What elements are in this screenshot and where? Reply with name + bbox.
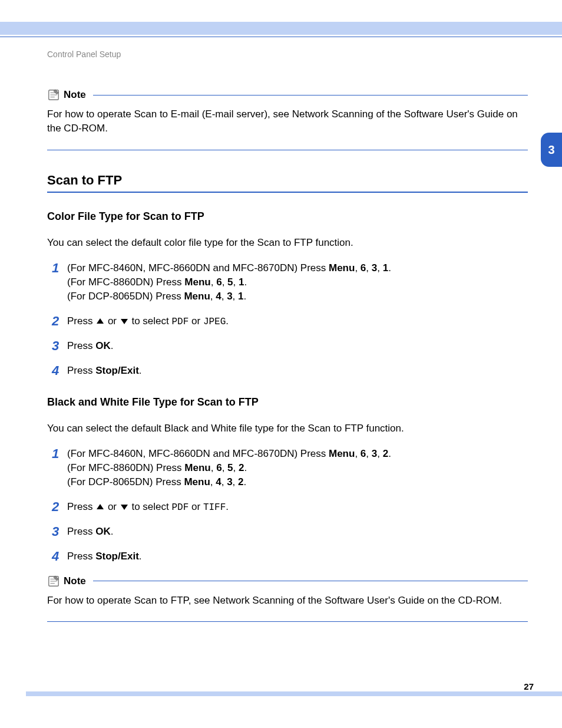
triangle-down-icon	[121, 505, 128, 510]
t: ,	[355, 448, 360, 459]
t: TIFF	[203, 502, 226, 513]
t: PDF	[172, 317, 189, 327]
t: Press	[67, 501, 95, 512]
t: ,	[222, 462, 227, 473]
step: 2 Press or to select PDF or JPEG.	[52, 314, 528, 328]
t: Press	[67, 315, 95, 327]
t: 6	[361, 262, 366, 274]
t: .	[388, 448, 391, 459]
t: Press	[67, 526, 95, 537]
t: .	[244, 476, 247, 487]
content: Control Panel Setup Note For how to oper…	[47, 50, 528, 625]
note-icon	[47, 575, 60, 588]
note-head: Note	[47, 575, 528, 588]
t: .	[111, 526, 114, 537]
chapter-number: 3	[548, 143, 554, 157]
note-icon	[47, 88, 60, 101]
t: .	[111, 340, 114, 351]
page-number: 27	[524, 681, 534, 691]
sub2-intro: You can select the default Black and Whi…	[47, 421, 528, 436]
note-text: For how to operate Scan to FTP, see Netw…	[47, 594, 528, 608]
t: (For MFC-8860DN) Press	[67, 462, 184, 473]
t: ,	[211, 462, 216, 473]
t: Menu	[184, 276, 210, 288]
t: ,	[222, 276, 227, 288]
t: Stop/Exit	[95, 365, 139, 376]
t: (For MFC-8860DN) Press	[67, 276, 184, 288]
step: 4 Press Stop/Exit.	[52, 549, 528, 564]
t: or	[189, 315, 203, 327]
step: 4 Press Stop/Exit.	[52, 364, 528, 378]
section-title: Scan to FTP	[47, 173, 528, 188]
step: 3 Press OK.	[52, 525, 528, 539]
t: Menu	[329, 448, 355, 459]
t: Menu	[329, 262, 355, 274]
note-end-rule	[47, 150, 528, 150]
t: ,	[210, 476, 216, 487]
t: ,	[377, 262, 382, 274]
t: JPEG	[203, 317, 226, 327]
step-number: 4	[52, 549, 67, 564]
step-number: 4	[52, 364, 67, 378]
t: .	[139, 365, 142, 376]
step-number: 1	[52, 261, 67, 275]
chapter-tab: 3	[541, 133, 562, 167]
note-end-rule	[47, 621, 528, 622]
t: 6	[361, 448, 366, 459]
t: ,	[377, 448, 382, 459]
t: Press	[67, 340, 95, 351]
t: 4	[216, 291, 221, 302]
t: or	[105, 501, 120, 512]
step-number: 1	[52, 447, 67, 461]
step: 1 (For MFC-8460N, MFC-8660DN and MFC-867…	[52, 447, 528, 489]
note-label: Note	[64, 89, 86, 101]
t: .	[226, 315, 229, 327]
t: ,	[366, 448, 371, 459]
t: .	[226, 501, 229, 512]
sub2-steps: 1 (For MFC-8460N, MFC-8660DN and MFC-867…	[52, 447, 528, 564]
t: ,	[233, 291, 238, 302]
t: ,	[233, 476, 238, 487]
t: (For DCP-8065DN) Press	[67, 291, 184, 302]
sub1-steps: 1 (For MFC-8460N, MFC-8660DN and MFC-867…	[52, 261, 528, 378]
running-header: Control Panel Setup	[47, 50, 528, 59]
step: 1 (For MFC-8460N, MFC-8660DN and MFC-867…	[52, 261, 528, 303]
t: Press	[67, 551, 95, 562]
note-text: For how to operate Scan to E-mail (E-mai…	[47, 107, 528, 136]
t: 6	[216, 276, 222, 288]
t: PDF	[172, 502, 189, 513]
t: ,	[222, 291, 227, 302]
step-body: Press Stop/Exit.	[67, 549, 528, 564]
t: OK	[95, 340, 111, 351]
step-body: (For MFC-8460N, MFC-8660DN and MFC-8670D…	[67, 447, 528, 489]
subsection-title-color: Color File Type for Scan to FTP	[47, 210, 528, 223]
note-block-1: Note For how to operate Scan to E-mail (…	[47, 88, 528, 150]
t: Menu	[184, 291, 210, 302]
triangle-down-icon	[121, 319, 128, 324]
t: 3	[372, 262, 377, 274]
t: (For MFC-8460N, MFC-8660DN and MFC-8670D…	[67, 262, 329, 274]
t: 3	[227, 291, 232, 302]
subsection-title-bw: Black and White File Type for Scan to FT…	[47, 396, 528, 409]
t: 5	[227, 276, 233, 288]
step-body: Press or to select PDF or TIFF.	[67, 500, 528, 514]
t: 3	[227, 476, 232, 487]
section-rule	[47, 192, 528, 193]
step-body: (For MFC-8460N, MFC-8660DN and MFC-8670D…	[67, 261, 528, 303]
t: or	[189, 501, 203, 512]
t: 1	[238, 291, 243, 302]
t: 4	[216, 476, 221, 487]
t: .	[244, 276, 247, 288]
note-block-2: Note For how to operate Scan to FTP, see…	[47, 575, 528, 622]
step: 2 Press or to select PDF or TIFF.	[52, 500, 528, 514]
note-rule	[93, 95, 528, 95]
step-body: Press or to select PDF or JPEG.	[67, 314, 528, 328]
step-body: Press OK.	[67, 339, 528, 353]
step-number: 2	[52, 314, 67, 328]
t: 5	[227, 462, 233, 473]
t: 1	[383, 262, 388, 274]
t: to select	[129, 501, 172, 512]
step: 3 Press OK.	[52, 339, 528, 353]
t: Press	[67, 365, 95, 376]
t: .	[139, 551, 142, 562]
